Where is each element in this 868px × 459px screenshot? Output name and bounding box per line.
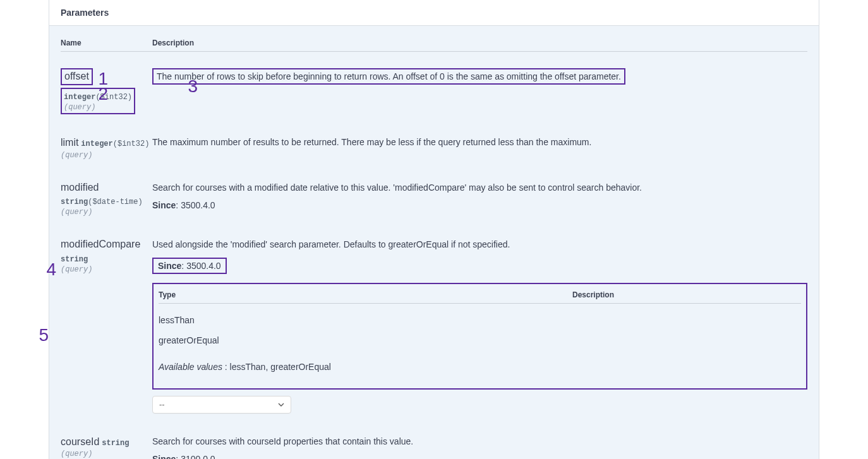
param-in-modified: (query)	[61, 208, 152, 217]
param-description-offset: The number of rows to skip before beginn…	[152, 68, 625, 85]
param-name-courseid: courseId	[61, 436, 99, 449]
enum-table-modifiedcompare: Type Description lessThan greaterOrEqual…	[152, 283, 807, 390]
param-type-limit: integer($int32)	[81, 140, 149, 148]
enum-column-header-description: Description	[572, 290, 801, 299]
chevron-down-icon	[278, 402, 284, 408]
param-name-limit: limit	[61, 136, 78, 150]
enum-value-lessthan: lessThan	[159, 310, 801, 330]
param-name-modifiedcompare: modifiedCompare	[61, 238, 140, 251]
param-name-offset: offset	[61, 68, 93, 85]
param-type-courseid: string	[102, 439, 129, 448]
enum-value-greaterorequal: greaterOrEqual	[159, 330, 801, 350]
param-since-courseid: Since: 3100.0.0	[152, 454, 807, 459]
parameters-section-header: Parameters	[49, 0, 819, 26]
param-in-limit: (query)	[61, 151, 152, 160]
param-row-courseid: courseId string (query) Search for cours…	[61, 427, 807, 459]
param-in-courseid: (query)	[61, 450, 152, 458]
column-header-name: Name	[61, 39, 152, 47]
param-since-modified: Since: 3500.4.0	[152, 200, 807, 210]
available-values-line: Available values : lessThan, greaterOrEq…	[159, 362, 801, 372]
param-since-modifiedcompare: Since: 3500.4.0	[152, 258, 227, 274]
param-description-courseid: Search for courses with courseId propert…	[152, 435, 807, 448]
select-placeholder-text: --	[159, 400, 278, 409]
param-in-modifiedcompare: (query)	[61, 265, 152, 274]
column-header-description: Description	[152, 39, 807, 47]
param-row-offset: offset integer($int32) (query) The numbe…	[61, 61, 807, 128]
param-type-modified: string($date-time)	[61, 198, 143, 206]
param-description-limit: The maximum number of results to be retu…	[152, 136, 807, 148]
param-description-modified: Search for courses with a modified date …	[152, 181, 807, 194]
param-row-modifiedcompare: 4 5 modifiedCompare string (query) Used …	[61, 230, 807, 427]
parameters-table-header: Name Description	[61, 39, 807, 52]
annotation-number-2: 2	[89, 84, 108, 104]
annotation-number-4: 4	[37, 259, 56, 280]
annotation-number-3: 3	[179, 76, 198, 97]
modifiedcompare-select[interactable]: --	[152, 396, 291, 414]
parameters-table: Name Description offset integer($int32) …	[61, 39, 807, 459]
annotation-number-5: 5	[30, 325, 49, 345]
enum-column-header-type: Type	[159, 290, 572, 299]
param-description-modifiedcompare: Used alongside the 'modified' search par…	[152, 238, 807, 251]
param-row-limit: limit integer($int32) (query) The maximu…	[61, 128, 807, 174]
param-name-modified: modified	[61, 181, 99, 194]
param-row-modified: modified string($date-time) (query) Sear…	[61, 174, 807, 231]
param-type-modifiedcompare: string	[61, 255, 88, 264]
